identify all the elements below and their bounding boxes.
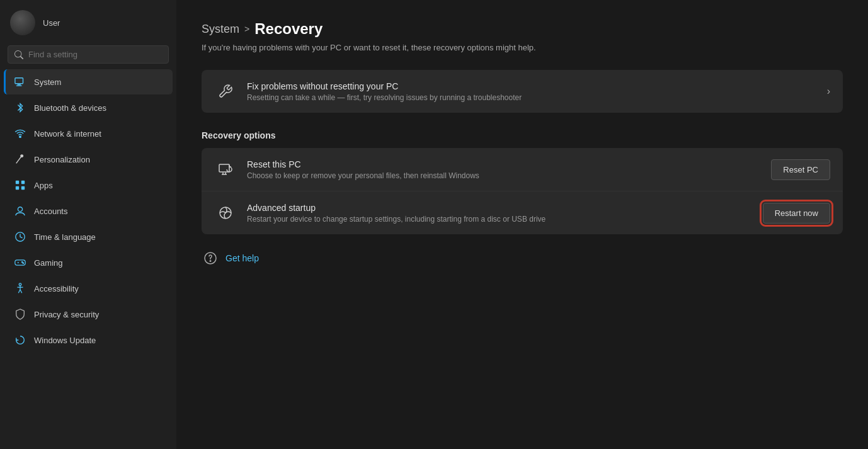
svg-rect-7 [21,181,25,184]
sidebar-header: User [0,0,176,43]
update-icon [14,334,26,346]
sidebar-item-label-bluetooth: Bluetooth & devices [34,103,106,113]
svg-point-3 [20,136,21,138]
sidebar-item-network[interactable]: Network & internet [4,121,173,146]
svg-point-16 [23,263,24,264]
personalization-icon [14,153,26,166]
reset-pc-row: Reset this PC Choose to keep or remove y… [202,148,843,191]
breadcrumb-separator: > [244,24,249,34]
svg-point-15 [21,261,23,263]
get-help-link[interactable]: Get help [226,253,259,263]
svg-line-20 [18,290,20,293]
advanced-startup-desc: Restart your device to change startup se… [247,215,763,224]
svg-point-10 [18,207,22,212]
sidebar-item-label-accessibility: Accessibility [34,284,79,293]
sidebar-item-label-accounts: Accounts [34,207,67,216]
user-name: User [43,18,60,28]
accessibility-icon [14,282,26,295]
advanced-startup-row: Advanced startup Restart your device to … [202,191,843,234]
svg-rect-0 [15,78,23,84]
reset-pc-icon [214,158,237,181]
sidebar-item-gaming[interactable]: Gaming [4,250,173,275]
svg-point-28 [210,261,211,262]
svg-rect-6 [16,181,19,184]
reset-pc-desc: Choose to keep or remove your personal f… [247,171,771,180]
fix-problems-card[interactable]: Fix problems without resetting your PC R… [202,70,843,113]
recovery-options-container: Reset this PC Choose to keep or remove y… [202,148,843,234]
nav-list: System Bluetooth & devices Network & int… [0,69,176,353]
reset-pc-text: Reset this PC Choose to keep or remove y… [247,159,771,180]
accounts-icon [14,205,26,217]
svg-rect-8 [16,186,19,190]
svg-rect-1 [18,84,21,86]
search-input[interactable] [28,50,162,59]
restart-now-button[interactable]: Restart now [763,203,830,224]
sidebar-item-label-time: Time & language [34,232,96,242]
svg-line-4 [16,157,21,164]
sidebar-item-label-update: Windows Update [34,336,96,345]
apps-icon [14,179,26,191]
breadcrumb-parent: System [202,23,239,36]
fix-problems-title: Fix problems without resetting your PC [247,81,827,91]
search-box[interactable] [8,45,169,64]
sidebar-item-label-system: System [34,77,61,87]
sidebar: User System Bluetooth & devices Netwo [0,0,176,449]
bluetooth-icon [14,101,26,114]
sidebar-item-apps[interactable]: Apps [4,173,173,198]
sidebar-item-accessibility[interactable]: Accessibility [4,276,173,301]
system-icon [14,76,26,88]
sidebar-item-label-personalization: Personalization [34,155,90,164]
time-icon [14,230,26,243]
advanced-startup-title: Advanced startup [247,203,763,213]
fix-problems-icon [214,80,237,103]
sidebar-item-system[interactable]: System [4,69,173,94]
svg-rect-9 [21,186,25,190]
sidebar-item-label-apps: Apps [34,181,53,190]
fix-problems-desc: Resetting can take a while — first, try … [247,93,827,102]
reset-pc-title: Reset this PC [247,159,771,169]
fix-chevron-icon: › [827,86,830,97]
privacy-icon [14,308,26,321]
sidebar-item-privacy[interactable]: Privacy & security [4,302,173,327]
advanced-startup-icon [214,202,237,224]
avatar [10,10,35,35]
sidebar-item-update[interactable]: Windows Update [4,327,173,353]
sidebar-item-bluetooth[interactable]: Bluetooth & devices [4,95,173,120]
sidebar-item-label-network: Network & internet [34,129,101,139]
svg-rect-2 [16,85,22,86]
sidebar-item-label-privacy: Privacy & security [34,310,99,319]
svg-point-17 [19,283,21,286]
sidebar-item-label-gaming: Gaming [34,258,63,268]
sidebar-item-personalization[interactable]: Personalization [4,147,173,172]
advanced-startup-text: Advanced startup Restart your device to … [247,203,763,224]
reset-pc-button[interactable]: Reset PC [771,159,830,180]
recovery-options-title: Recovery options [202,130,843,140]
page-title: Recovery [254,20,323,38]
breadcrumb: System > Recovery [202,20,843,38]
sidebar-item-time[interactable]: Time & language [4,224,173,249]
svg-line-21 [20,290,22,293]
fix-problems-text: Fix problems without resetting your PC R… [247,81,827,102]
main-content: System > Recovery If you're having probl… [176,0,868,449]
sidebar-item-accounts[interactable]: Accounts [4,198,173,224]
network-icon [14,127,26,140]
gaming-icon [14,256,26,269]
get-help-icon [202,249,219,267]
get-help-row[interactable]: Get help [202,247,843,270]
search-icon [14,50,23,59]
svg-point-5 [21,155,23,157]
page-subtitle: If you're having problems with your PC o… [202,43,843,52]
